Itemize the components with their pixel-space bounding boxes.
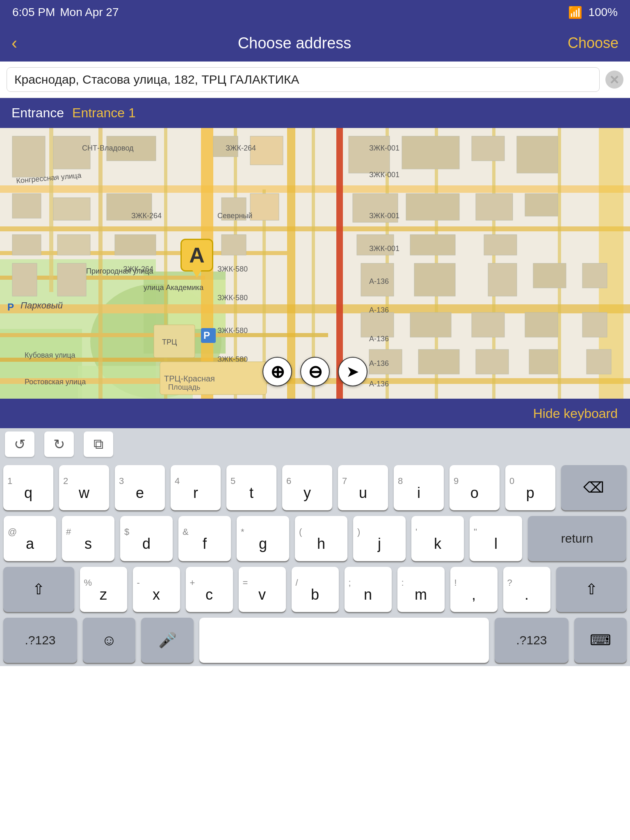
return-button[interactable]: return [528,516,626,561]
svg-text:ЗЖК-580: ЗЖК-580 [217,265,248,273]
numbers-right-button[interactable]: .?123 [495,618,568,663]
page-title: Choose address [36,34,553,52]
paste-icon: ⧉ [94,436,103,452]
battery-label: 100% [588,6,618,19]
undo-button[interactable]: ↺ [5,431,34,457]
key-t[interactable]: 5 t [226,465,276,510]
zoom-out-button[interactable]: ⊖ [300,357,330,386]
key-a[interactable]: @ a [4,516,56,561]
key-e[interactable]: 3 e [115,465,165,510]
locate-button[interactable]: ➤ [338,357,368,386]
zoom-in-button[interactable]: ⊕ [262,357,292,386]
svg-rect-55 [12,263,37,296]
shift-right-icon: ⇧ [585,581,598,598]
emoji-button[interactable]: ☺ [83,618,135,663]
key-z[interactable]: % z [80,567,127,612]
space-button[interactable] [199,618,489,663]
key-v[interactable]: = v [239,567,286,612]
key-o[interactable]: 9 o [450,465,500,510]
status-bar: 6:05 PM Mon Apr 27 📶 100% [0,0,630,25]
svg-text:СНТ-Владовод: СНТ-Владовод [82,144,134,152]
choose-button[interactable]: Choose [553,34,619,52]
keyboard-switch-button[interactable]: ⌨ [574,618,627,663]
svg-text:Площадь: Площадь [168,383,200,391]
hide-keyboard-bar: Hide keyboard [0,399,630,428]
svg-text:Парковый: Парковый [21,300,63,310]
key-h[interactable]: ( h [295,516,347,561]
svg-rect-19 [49,128,53,292]
svg-text:А-136: А-136 [369,277,389,285]
svg-text:ТРЦ: ТРЦ [162,338,177,346]
svg-rect-51 [221,235,246,255]
back-button[interactable]: ‹ [11,33,36,53]
search-clear-button[interactable]: × [605,71,623,89]
status-left: 6:05 PM Mon Apr 27 [12,6,119,19]
key-x[interactable]: - x [133,567,180,612]
emoji-icon: ☺ [102,632,117,649]
return-label: return [561,532,593,546]
right-shift-button[interactable]: ⇧ [556,567,627,612]
keyboard-row-3: ⇧ % z - x + c = v / b ; n : m [3,567,627,612]
svg-text:ЗЖК-264: ЗЖК-264 [131,212,162,220]
keyboard-row-4: .?123 ☺ 🎤 .?123 ⌨ [3,618,627,663]
hide-keyboard-button[interactable]: Hide keyboard [533,406,618,421]
redo-icon: ↻ [53,436,65,452]
address-input[interactable] [7,67,600,92]
svg-rect-58 [414,263,455,296]
microphone-button[interactable]: 🎤 [141,618,194,663]
svg-rect-59 [488,263,517,296]
svg-text:А-136: А-136 [369,359,389,368]
keyboard-row-2: @ a # s $ d & f * g ( h ) j ' k [3,516,627,561]
key-d[interactable]: $ d [120,516,173,561]
svg-rect-69 [476,349,509,374]
svg-rect-61 [582,263,607,288]
key-f[interactable]: & f [178,516,231,561]
key-n[interactable]: ; n [345,567,392,612]
key-y[interactable]: 6 y [282,465,332,510]
svg-text:А-136: А-136 [369,306,389,314]
svg-rect-71 [587,349,611,374]
svg-text:ЗЖК-001: ЗЖК-001 [369,244,399,253]
key-u[interactable]: 7 u [338,465,388,510]
svg-rect-40 [53,198,90,220]
svg-text:А-136: А-136 [369,335,389,343]
key-r[interactable]: 4 r [171,465,221,510]
locate-icon: ➤ [346,363,359,381]
map-container[interactable]: P P P P P P Конгрессная улица Кубовая ул… [0,128,630,399]
svg-text:ЗЖК-264: ЗЖК-264 [226,144,256,152]
delete-button[interactable]: ⌫ [561,465,627,510]
key-p[interactable]: 0 p [505,465,555,510]
svg-text:ЗЖК-001: ЗЖК-001 [369,171,399,179]
redo-button[interactable]: ↻ [44,431,74,457]
entrance-value[interactable]: Entrance 1 [72,105,136,121]
paste-button[interactable]: ⧉ [84,431,113,457]
key-m[interactable]: : m [397,567,445,612]
svg-rect-21 [164,128,167,399]
key-i[interactable]: 8 i [394,465,444,510]
key-w[interactable]: 2 w [59,465,109,510]
key-period[interactable]: ? . [503,567,550,612]
svg-rect-30 [12,136,45,177]
key-k[interactable]: ' k [411,516,464,561]
entrance-bar: Entrance Entrance 1 [0,98,630,128]
key-l[interactable]: " l [470,516,522,561]
svg-rect-56 [57,263,86,296]
left-shift-button[interactable]: ⇧ [3,567,74,612]
key-j[interactable]: ) j [353,516,406,561]
numbers-button[interactable]: .?123 [3,618,77,663]
key-comma[interactable]: ! , [450,567,498,612]
key-s[interactable]: # s [62,516,114,561]
key-c[interactable]: + c [186,567,233,612]
svg-rect-47 [525,194,558,216]
key-g[interactable]: * g [237,516,289,561]
shift-left-icon: ⇧ [32,581,45,598]
keyboard-icon: ⌨ [590,632,611,649]
svg-rect-38 [517,136,558,173]
key-b[interactable]: / b [292,567,339,612]
entrance-label: Entrance [11,105,64,121]
marker-label: A [180,239,213,272]
keyboard: 1 q 2 w 3 e 4 r 5 t 6 y 7 u 8 i [0,461,630,666]
svg-text:ТРЦ-Красная: ТРЦ-Красная [164,374,215,383]
key-q[interactable]: 1 q [3,465,53,510]
svg-rect-35 [349,136,390,173]
